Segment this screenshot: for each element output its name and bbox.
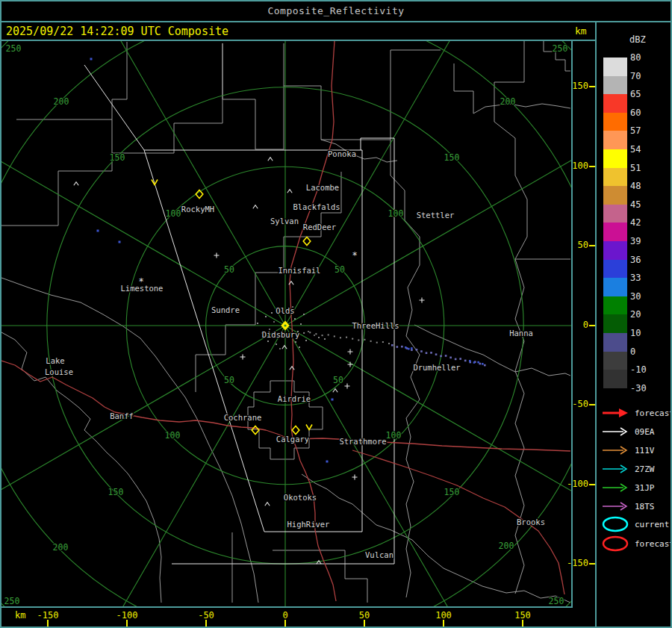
marker-bluedot [332,399,334,401]
city-label-ponoka: Ponoka [328,149,356,158]
scale-box-10 [603,333,627,352]
marker-plus [214,253,220,258]
bottom-axis-label: 100 [427,610,460,621]
range-label-150: 150 [444,487,460,497]
scale-level-48: 48 [630,181,641,191]
scale-box-60 [603,113,627,131]
scale-box-70 [603,76,627,95]
range-label-150: 150 [110,152,125,163]
ground-clutter-dot [303,314,305,315]
legend-arrow-icon [601,497,629,515]
marker-bluedot [326,461,329,463]
title-bar: Composite_Reflectivity [0,0,672,21]
right-axis-label: -100 [565,479,588,489]
scale-level-60: 60 [630,108,641,118]
legend-item-18TS: 18TS [601,497,655,515]
marker-asterisk: * [352,250,357,261]
panel-divider [595,21,597,628]
scale-box-51 [603,168,627,187]
bottom-axis-tick [47,620,49,627]
ground-clutter-dot [300,323,302,325]
bottom-axis-tick [284,620,286,627]
city-label-sylvan: Sylvan [270,217,299,226]
legend-item-current: current [601,515,669,533]
city-label-brooks: Brooks [517,517,545,526]
echo-dot [364,339,365,341]
scale-level-10: 10 [630,328,641,338]
city-label-strathmore: Strathmore [339,437,386,446]
echo-dot [370,341,372,342]
marker-plus [348,349,353,355]
echo-dot [445,355,447,357]
radar-viewer-window: Composite_Reflectivity 2025/09/22 14:22:… [0,0,672,628]
bottom-axis-tick [205,620,207,627]
ground-clutter-dot [294,318,296,320]
city-label-louise: Louise [45,367,73,376]
right-axis-label: 100 [565,161,588,171]
echo-dot [416,349,418,351]
range-label-50: 50 [333,375,343,385]
legend-label: forecast [635,408,672,418]
bottom-axis-label: -150 [31,610,64,621]
right-axis-label: 150 [565,81,588,91]
echo-dot [388,343,390,344]
marker-bluedot [90,58,93,60]
city-label-innisfail: Innisfail [279,266,321,275]
range-label-50: 50 [335,264,345,275]
ground-clutter-dot [305,340,307,341]
echo-dot [408,348,410,350]
ground-clutter-dot [279,348,281,349]
scale-level-65: 65 [630,89,641,99]
radar-map[interactable]: 5010015020025050100150200250501001502002… [1,41,572,606]
echo-dot [449,356,452,358]
highway-line [294,438,570,451]
legend-item-27ZW: 27ZW [601,460,655,478]
azimuth-line [285,116,572,326]
legend-ellipse-icon [601,535,629,553]
scale-box-39 [603,241,627,260]
range-label-100: 100 [388,208,404,219]
echo-dot [440,355,442,358]
marker-caret [290,367,294,370]
county-line [1,119,112,226]
echo-dot [484,364,486,367]
title-divider [0,21,672,22]
right-axis-tick [589,86,595,87]
city-label-calgary: Calgary [276,435,309,444]
echo-dot [411,347,413,349]
scale-level-33: 33 [630,273,641,283]
echo-dot [396,346,399,348]
right-axis-tick [589,245,595,246]
legend-label: 27ZW [635,464,655,474]
county-line [112,43,223,153]
scale-box-48 [603,186,627,205]
ground-clutter-dot [267,341,269,342]
city-labels: PonokaLacombeBlackfaldsSylvanRedDeerRock… [45,149,545,559]
ground-clutter-dot [299,346,300,348]
scale-box-33 [603,278,627,296]
range-label-200: 200 [53,542,69,553]
range-label-50: 50 [224,375,234,385]
scale-box-80 [603,57,627,76]
right-panel: dBZ 807065605754514845423936333020100-10… [597,22,671,627]
city-label-blackfalds: Blackfalds [293,202,340,211]
marker-caret [253,205,258,208]
city-label-threehills: ThreeHills [352,321,399,330]
legend-arrow-icon [601,460,629,478]
marker-caret [282,346,287,349]
city-label-sundre: Sundre [211,305,240,314]
marker-bluedot [97,230,99,232]
county-line [273,550,367,603]
marker-plus [348,362,353,367]
ground-clutter-dot [273,321,275,323]
scale-level--30: -30 [630,383,647,394]
scale-box-42 [603,223,627,241]
marker-caret [268,158,273,161]
city-label-highriver: HighRiver [287,520,330,529]
scale-level-39: 39 [630,236,641,246]
ground-clutter-dot [314,335,315,336]
marker-v [306,425,312,430]
legend-item-31JP: 31JP [601,479,655,497]
range-label-200: 200 [499,541,514,551]
scale-box-45 [603,205,627,223]
